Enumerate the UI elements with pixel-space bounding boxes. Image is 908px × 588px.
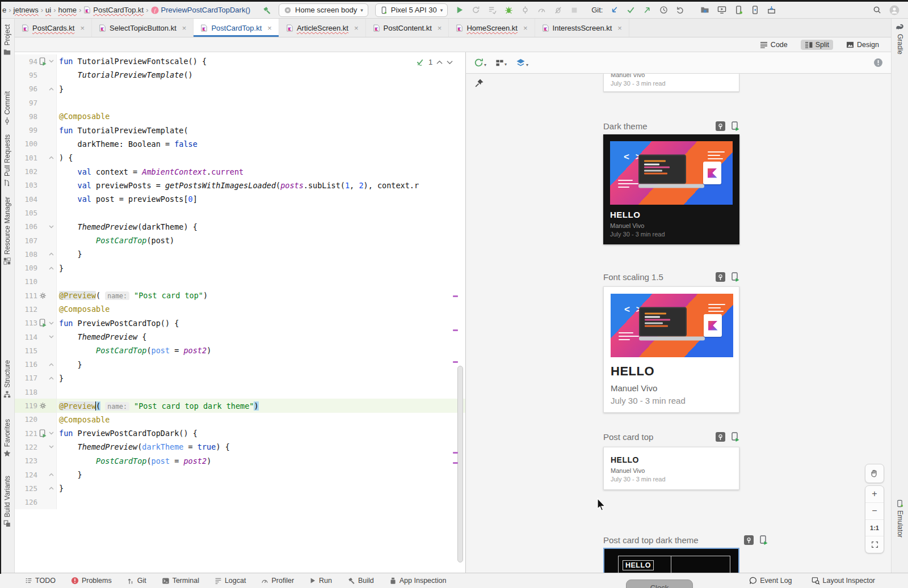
breadcrumb-item[interactable]: PostCardTop.kt (83, 6, 144, 14)
sdk-manager-button-icon[interactable] (767, 6, 776, 14)
tab-homescreen-kt[interactable]: HomeScreen.kt× (449, 19, 535, 37)
tab-postcardtop-kt[interactable]: PostCardTop.kt× (194, 19, 279, 37)
tool-window-button-layout-inspector[interactable]: Layout Inspector (812, 577, 875, 585)
code-line[interactable]: 95 TutorialPreviewTemplate() (15, 68, 465, 82)
device-file-explorer-button-icon[interactable] (700, 6, 709, 14)
sidebar-item-pull-requests[interactable]: Pull Requests (0, 134, 14, 187)
code-line[interactable]: 96} (15, 82, 465, 96)
preview-card-default[interactable]: HELLOManuel VivoJuly 30 - 3 min read (603, 447, 739, 490)
sidebar-item-structure[interactable]: Structure (0, 360, 14, 398)
fold-marker-icon[interactable] (49, 321, 54, 325)
fold-marker-icon[interactable] (49, 362, 54, 367)
device-manager-button-icon[interactable] (734, 6, 743, 14)
code-line[interactable]: 116 } (15, 358, 465, 371)
zoom-in-button[interactable]: + (865, 486, 884, 503)
code-line[interactable]: 114 ThemedPreview { (15, 330, 465, 344)
tab-postcards-kt[interactable]: PostCards.kt× (15, 19, 92, 37)
interactive-mode-button[interactable] (716, 432, 725, 442)
code-editor[interactable]: 94fun TutorialPreviewFontscale() {95 Tut… (15, 52, 465, 573)
tool-window-button-logcat[interactable]: Logcat (215, 577, 246, 585)
tool-window-button-build[interactable]: Build (347, 577, 374, 585)
code-line[interactable]: 122 ThemedPreview(darkTheme = true) { (15, 440, 465, 454)
history-button-icon[interactable] (659, 6, 668, 14)
device-select[interactable]: Pixel 5 API 30▾ (375, 3, 448, 17)
code-line[interactable]: 94fun TutorialPreviewFontscale() { (15, 54, 465, 68)
build-button-icon[interactable] (262, 6, 271, 15)
fold-marker-icon[interactable] (49, 252, 54, 256)
tool-window-button-problems[interactable]: Problems (71, 577, 112, 585)
run-preview-gutter-icon[interactable] (39, 57, 47, 66)
code-line[interactable]: 109} (15, 261, 465, 274)
run-button-icon[interactable] (455, 6, 464, 14)
fold-marker-icon[interactable] (49, 472, 54, 477)
breadcrumb-item[interactable]: ui (45, 6, 51, 14)
code-line[interactable]: 121fun PreviewPostCardTopDark() { (15, 426, 465, 440)
tool-window-button-todo[interactable]: TODO (25, 577, 56, 585)
fold-marker-icon[interactable] (49, 266, 54, 270)
preview-card-partial[interactable]: Manuel VivoJuly 30 - 3 min read (603, 74, 739, 92)
deploy-preview-button-icon[interactable] (730, 432, 739, 442)
code-line[interactable]: 101) { (15, 151, 465, 164)
code-line[interactable]: 123 PostCardTop(post = post2) (15, 454, 465, 468)
code-line[interactable]: 119@Preview( name: "Post card top dark t… (15, 399, 465, 412)
fold-marker-icon[interactable] (49, 225, 54, 229)
pin-preview-button-icon[interactable] (474, 78, 484, 88)
breadcrumb-item[interactable]: jetnews (14, 6, 39, 14)
code-line[interactable]: 107 PostCardTop(post) (15, 234, 465, 247)
pair-devices-button-icon[interactable] (751, 6, 759, 14)
tool-window-button-app-inspection[interactable]: App Inspection (389, 577, 447, 585)
layers-button[interactable]: ▾ (516, 58, 528, 67)
mode-split[interactable]: Split (801, 40, 833, 50)
sidebar-item-build-variants[interactable]: Build Variants (0, 476, 14, 527)
code-line[interactable]: 98@Composable (15, 109, 465, 123)
code-line[interactable]: 112@Composable (15, 302, 465, 316)
sidebar-item-emulator[interactable]: Emulator (892, 500, 908, 538)
sidebar-item-project[interactable]: Project (0, 24, 14, 56)
fold-marker-icon[interactable] (49, 155, 54, 160)
profile-button-icon[interactable] (537, 6, 546, 14)
code-line[interactable]: 113fun PreviewPostCardTop() { (15, 316, 465, 330)
preview-card-font-scaling[interactable]: < >HELLOManuel VivoJuly 30 - 3 min read (603, 286, 739, 413)
close-icon[interactable]: × (80, 24, 85, 32)
zoom-actual-button[interactable]: 1:1 (865, 520, 884, 537)
fold-marker-icon[interactable] (49, 59, 54, 64)
apply-code-changes-button-icon[interactable] (488, 6, 497, 14)
tool-window-button-git[interactable]: Git (127, 577, 146, 585)
tool-window-button-event-log[interactable]: Event Log (749, 577, 792, 585)
code-line[interactable]: 115 PostCardTop(post = post2) (15, 344, 465, 357)
tool-window-button-terminal[interactable]: Terminal (162, 577, 199, 585)
fold-marker-icon[interactable] (49, 486, 54, 490)
code-line[interactable]: 120@Composable (15, 413, 465, 426)
debug-button-icon[interactable] (505, 6, 513, 14)
tab-postcontent-kt[interactable]: PostContent.kt× (366, 19, 449, 37)
interactive-mode-button[interactable] (716, 272, 725, 282)
code-line[interactable]: 99fun TutorialPreviewTemplate( (15, 123, 465, 137)
build-refresh-button[interactable]: ▾ (474, 58, 486, 67)
fold-marker-icon[interactable] (49, 431, 54, 435)
code-line[interactable]: 106 ThemedPreview(darkTheme) { (15, 220, 465, 234)
code-line[interactable]: 117} (15, 371, 465, 385)
zoom-out-button[interactable]: − (865, 503, 884, 520)
git-update-button-icon[interactable] (610, 6, 619, 14)
close-icon[interactable]: × (438, 24, 442, 32)
run-config-select[interactable]: Home screen body▾ (279, 3, 368, 17)
git-push-button-icon[interactable] (643, 6, 651, 14)
running-devices-button-icon[interactable] (717, 6, 726, 14)
code-line[interactable]: 126 (15, 496, 465, 509)
pan-button[interactable] (865, 464, 884, 483)
git-commit-button-icon[interactable] (627, 6, 635, 14)
deploy-preview-button-icon[interactable] (730, 272, 739, 282)
tab-selecttopicbutton-kt[interactable]: SelectTopicButton.kt× (92, 19, 194, 37)
preview-panel[interactable]: Manuel VivoJuly 30 - 3 min readDark them… (465, 74, 891, 573)
tool-window-button-profiler[interactable]: Profiler (261, 577, 294, 585)
previous-highlight-button-icon[interactable] (436, 60, 443, 65)
breadcrumb-item[interactable]: home (58, 6, 77, 14)
close-icon[interactable]: × (354, 24, 359, 32)
preview-card-dark-theme[interactable]: < >HELLOManuel VivoJuly 30 - 3 min read (603, 134, 739, 244)
sidebar-item-gradle[interactable]: Gradle (892, 23, 908, 54)
sidebar-item-commit[interactable]: Commit (0, 91, 14, 125)
code-line[interactable]: 111@Preview( name: "Post card top") (15, 289, 465, 302)
close-icon[interactable]: × (617, 24, 622, 32)
search-everywhere-button-icon[interactable] (873, 6, 881, 14)
close-icon[interactable]: × (182, 24, 187, 32)
